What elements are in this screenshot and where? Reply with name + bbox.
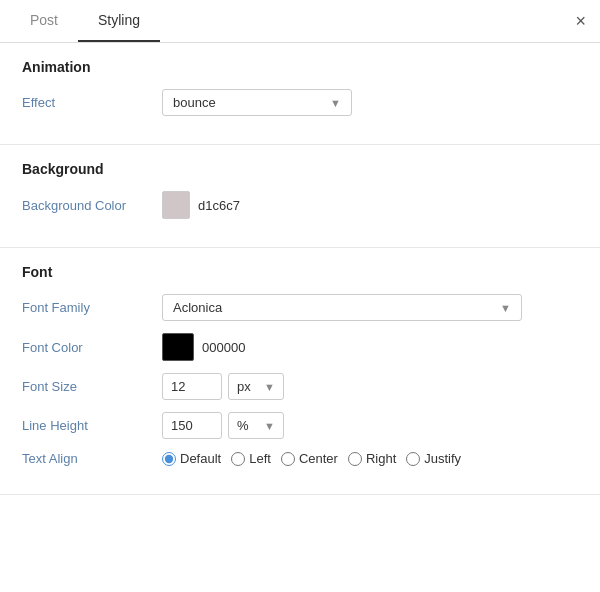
font-family-label: Font Family (22, 300, 162, 315)
text-align-default-radio[interactable] (162, 452, 176, 466)
text-align-justify-label: Justify (424, 451, 461, 466)
chevron-down-icon: ▼ (500, 302, 511, 314)
text-align-left-radio[interactable] (231, 452, 245, 466)
effect-dropdown[interactable]: bounce ▼ (162, 89, 352, 116)
tab-bar: Post Styling × (0, 0, 600, 43)
font-section: Font Font Family Aclonica ▼ Font Color 0… (0, 248, 600, 495)
animation-section: Animation Effect bounce ▼ (0, 43, 600, 145)
text-align-default[interactable]: Default (162, 451, 221, 466)
background-color-control: d1c6c7 (162, 191, 578, 219)
background-color-hex: d1c6c7 (198, 198, 240, 213)
font-color-label: Font Color (22, 340, 162, 355)
close-button[interactable]: × (575, 12, 586, 30)
font-size-input[interactable] (162, 373, 222, 400)
font-size-control: px ▼ (162, 373, 578, 400)
font-family-control: Aclonica ▼ (162, 294, 578, 321)
chevron-down-icon: ▼ (264, 381, 275, 393)
effect-label: Effect (22, 95, 162, 110)
effect-control: bounce ▼ (162, 89, 578, 116)
text-align-control: Default Left Center Right Justify (162, 451, 578, 466)
chevron-down-icon: ▼ (264, 420, 275, 432)
text-align-left-label: Left (249, 451, 271, 466)
font-size-unit-value: px (237, 379, 251, 394)
text-align-center[interactable]: Center (281, 451, 338, 466)
background-title: Background (22, 161, 578, 177)
background-color-row: Background Color d1c6c7 (22, 191, 578, 219)
line-height-control: % ▼ (162, 412, 578, 439)
text-align-left[interactable]: Left (231, 451, 271, 466)
line-height-unit-value: % (237, 418, 249, 433)
effect-row: Effect bounce ▼ (22, 89, 578, 116)
text-align-justify[interactable]: Justify (406, 451, 461, 466)
text-align-label: Text Align (22, 451, 162, 466)
animation-title: Animation (22, 59, 578, 75)
font-color-swatch[interactable] (162, 333, 194, 361)
line-height-label: Line Height (22, 418, 162, 433)
font-family-row: Font Family Aclonica ▼ (22, 294, 578, 321)
text-align-row: Text Align Default Left Center Right (22, 451, 578, 466)
chevron-down-icon: ▼ (330, 97, 341, 109)
text-align-default-label: Default (180, 451, 221, 466)
effect-value: bounce (173, 95, 216, 110)
line-height-unit-dropdown[interactable]: % ▼ (228, 412, 284, 439)
text-align-center-label: Center (299, 451, 338, 466)
text-align-center-radio[interactable] (281, 452, 295, 466)
font-title: Font (22, 264, 578, 280)
font-color-hex: 000000 (202, 340, 245, 355)
font-color-control: 000000 (162, 333, 578, 361)
text-align-radio-group: Default Left Center Right Justify (162, 451, 461, 466)
background-color-label: Background Color (22, 198, 162, 213)
font-size-unit-dropdown[interactable]: px ▼ (228, 373, 284, 400)
font-family-dropdown[interactable]: Aclonica ▼ (162, 294, 522, 321)
line-height-input[interactable] (162, 412, 222, 439)
text-align-right[interactable]: Right (348, 451, 396, 466)
tab-post[interactable]: Post (10, 0, 78, 42)
text-align-right-radio[interactable] (348, 452, 362, 466)
background-color-swatch[interactable] (162, 191, 190, 219)
line-height-row: Line Height % ▼ (22, 412, 578, 439)
font-size-label: Font Size (22, 379, 162, 394)
text-align-justify-radio[interactable] (406, 452, 420, 466)
font-color-row: Font Color 000000 (22, 333, 578, 361)
font-family-value: Aclonica (173, 300, 222, 315)
font-size-row: Font Size px ▼ (22, 373, 578, 400)
text-align-right-label: Right (366, 451, 396, 466)
tab-styling[interactable]: Styling (78, 0, 160, 42)
background-section: Background Background Color d1c6c7 (0, 145, 600, 248)
